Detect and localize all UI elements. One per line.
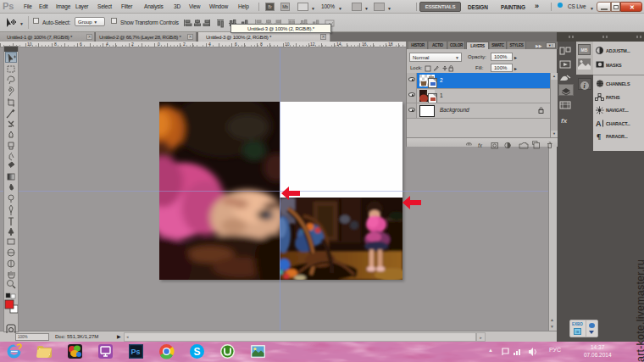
svg-text:Ps: Ps xyxy=(131,348,141,356)
svg-text:fx: fx xyxy=(478,142,483,148)
svg-text:fx: fx xyxy=(561,117,568,125)
svg-text:A: A xyxy=(596,120,602,127)
svg-text:¶: ¶ xyxy=(597,133,601,141)
svg-text:S: S xyxy=(194,346,201,358)
